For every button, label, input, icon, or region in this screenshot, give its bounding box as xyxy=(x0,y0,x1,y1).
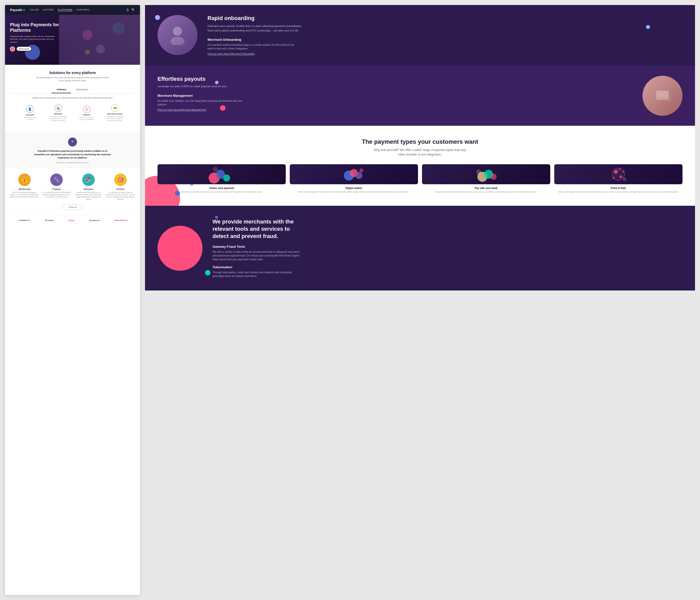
merchant-icon: 🏪 xyxy=(54,104,62,112)
flow-merchant-account: 💳 Merchant account Transaction is comple… xyxy=(106,104,124,122)
fraud-title: We provide merchants with the relevant t… xyxy=(212,218,298,240)
svg-point-18 xyxy=(620,175,623,178)
svg-point-17 xyxy=(614,170,618,174)
hero-title: Plug into Payments for Platforms xyxy=(10,22,60,33)
fraud-tokenisation-title: Tokenisation xyxy=(212,265,682,269)
hero-section: Plug into Payments for Platforms Payment… xyxy=(5,15,140,65)
consumer-icon: 👤 xyxy=(26,105,34,113)
svg-point-15 xyxy=(476,169,481,174)
laptop-silhouette xyxy=(652,86,673,106)
payouts-subtitle: Merchant Management xyxy=(157,94,632,98)
flow-arrow-1: · · · → xyxy=(40,109,49,112)
fraud-content: We provide merchants with the relevant t… xyxy=(157,218,682,278)
left-panel: Paysafe ONLINE INSTORE PLATFORMS PARTNER… xyxy=(5,5,140,595)
bank-title: Pay with your bank xyxy=(422,187,550,190)
svg-rect-3 xyxy=(655,99,670,100)
fraud-section: We provide merchants with the relevant t… xyxy=(145,206,695,291)
flow-diagram: 👤 Consumer Consumer pays the merchant · … xyxy=(10,104,135,122)
nav-link-online[interactable]: ONLINE xyxy=(30,8,39,11)
tab-software[interactable]: Software xyxy=(51,86,71,93)
merchant-label: Merchant xyxy=(54,113,62,115)
logo-rentmoola: RENTMOOLA xyxy=(115,219,128,222)
hero-people-bg xyxy=(59,15,140,65)
flow-consumer: 👤 Consumer Consumer pays the merchant xyxy=(21,105,39,121)
education-icon: 📚 xyxy=(82,174,95,186)
get-in-touch-button[interactable]: Get in touch xyxy=(17,47,32,51)
logo-text: Paysafe xyxy=(10,8,22,12)
right-panel: Rapid onboarding Onboard users quickly. … xyxy=(145,5,695,595)
show-all-button[interactable]: Show all xyxy=(62,204,82,210)
cards-grid: 💰 Membership With our comprehensive paym… xyxy=(10,174,135,200)
logo-zenplanner: Zenplanner xyxy=(89,219,100,222)
hero-content: Plug into Payments for Platforms Payment… xyxy=(10,22,60,51)
payouts-content: Effortless payouts Leverage our suite of… xyxy=(157,76,682,116)
svg-point-6 xyxy=(223,175,230,181)
bank-decoration xyxy=(422,164,550,184)
card-membership: 💰 Membership With our comprehensive paym… xyxy=(10,174,39,200)
bank-desc: Wrap your checkout experience around you… xyxy=(422,191,550,193)
merchant-management-link[interactable]: Find out more about Merchant Management xyxy=(157,108,206,111)
quote-icon: ❝ xyxy=(68,138,77,147)
logo-mindbody: ○ MINDBODY xyxy=(18,219,30,222)
tab-description: Enable users to set up their own merchan… xyxy=(10,97,135,100)
svg-point-11 xyxy=(359,169,364,173)
nav-link-instore[interactable]: INSTORE xyxy=(43,8,54,11)
cards-section: 💰 Membership With our comprehensive paym… xyxy=(5,169,140,215)
hero-subtitle: Payments with multiple parties can be co… xyxy=(10,35,55,44)
search-icon[interactable]: 🔍 xyxy=(131,8,135,11)
payouts-title: Effortless payouts xyxy=(157,76,632,82)
pt-card-wallets: Digital wallets With over 100 payment op… xyxy=(290,164,418,193)
payment-types-section: The payment types your customers want Wh… xyxy=(145,126,695,206)
svg-point-10 xyxy=(355,172,362,179)
tab-marketplace[interactable]: Marketplace xyxy=(71,86,93,93)
solutions-title: Solutions for every platform xyxy=(10,71,135,75)
pos-title: Point of Sale xyxy=(554,187,682,190)
merchant-account-icon: 💳 xyxy=(111,104,119,112)
pos-img xyxy=(554,164,682,184)
nav-link-platforms[interactable]: PLATFORMS xyxy=(58,8,73,11)
solution-tabs: Software Marketplace xyxy=(10,86,135,94)
flow-arrow-3: · · · → xyxy=(97,109,105,112)
nav-link-partners[interactable]: PARTNERS xyxy=(76,8,90,11)
rapid-subtitle: Merchant Onboarding xyxy=(207,38,682,42)
payouts-image xyxy=(643,76,682,116)
hero-cta: Get in touch xyxy=(10,47,60,51)
solutions-section: Solutions for every platform Not every p… xyxy=(5,65,140,132)
card-education: 📚 Education We drive value and growth to… xyxy=(74,174,103,200)
merchant-account-desc: Transaction is completed and funds are s… xyxy=(106,116,124,122)
rapid-onboarding-link[interactable]: Find out more about Merchant Onboarding xyxy=(207,52,255,55)
svg-point-21 xyxy=(619,168,621,171)
platform-icon: ⬜ xyxy=(83,105,91,113)
hero-avatar xyxy=(10,47,15,51)
consumer-label: Consumer xyxy=(26,114,34,116)
fraud-gateway-title: Gateway Fraud Tools xyxy=(212,245,682,249)
rapid-image xyxy=(157,15,198,55)
platform-desc: Service fee is split and paid to your pl… xyxy=(78,117,96,121)
card-partners: 🎯 Partners The partners you select today… xyxy=(106,174,135,200)
rapid-content: Rapid onboarding Onboard users quickly. … xyxy=(157,15,682,56)
hero-image xyxy=(59,15,140,65)
quote-author: Nir Debbi, Co-founder and CMO, Global-e xyxy=(10,162,135,164)
online-card-decoration xyxy=(157,164,286,184)
fraud-circle-decoration xyxy=(157,226,202,271)
svg-rect-2 xyxy=(656,91,669,99)
flow-arrow-2: · · · → xyxy=(68,109,77,112)
consumer-desc: Consumer pays the merchant xyxy=(21,117,39,121)
education-title: Education xyxy=(74,188,103,190)
rapid-title: Rapid onboarding xyxy=(207,15,682,22)
property-icon: 🔧 xyxy=(50,174,63,186)
online-card-img xyxy=(157,164,286,184)
rapid-subdesc: Our branded hosted onboarding page is a … xyxy=(207,43,298,50)
user-icon[interactable]: 👤 xyxy=(126,8,129,11)
logo-amilia: amilia xyxy=(69,219,74,222)
fraud-tokenisation-desc: Through tokenisation, credit card number… xyxy=(212,271,302,278)
bank-img xyxy=(422,164,550,184)
quote-section: ❝ Paysafe's frictionless payment process… xyxy=(5,132,140,169)
svg-point-0 xyxy=(173,27,182,36)
membership-title: Membership xyxy=(10,188,39,190)
payouts-section: Effortless payouts Leverage our suite of… xyxy=(145,66,695,126)
fraud-text-content: We provide merchants with the relevant t… xyxy=(212,218,682,278)
property-desc: It's no wonder the world's most powerful… xyxy=(42,191,71,198)
partners-icon: 🎯 xyxy=(114,174,127,186)
logo[interactable]: Paysafe xyxy=(10,8,25,12)
